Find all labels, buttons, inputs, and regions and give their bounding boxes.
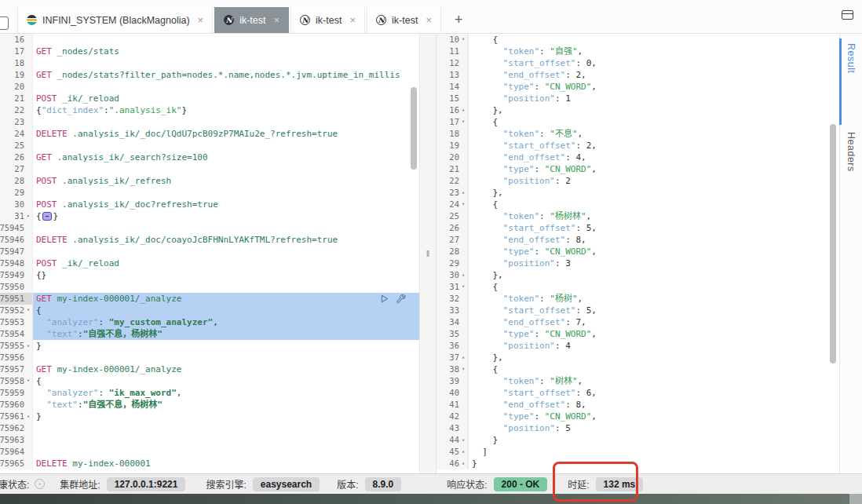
editor-line[interactable]: 75961▴} — [0, 411, 419, 422]
code-text[interactable] — [33, 446, 419, 458]
code-text[interactable]: GET _nodes/stats?filter_path=nodes.*.nam… — [33, 69, 419, 81]
editor-line[interactable]: 35 "type": "CN_WORD", — [436, 328, 839, 340]
editor-line[interactable]: 19GET _nodes/stats?filter_path=nodes.*.n… — [0, 69, 419, 81]
fold-toggle-icon[interactable]: ▾ — [459, 281, 467, 293]
tab-result[interactable]: Result — [846, 43, 857, 73]
editor-line[interactable]: 75950 — [0, 281, 419, 293]
editor-line[interactable]: 18 "token": "不息", — [436, 128, 839, 140]
editor-line[interactable]: 75952▾{ — [0, 305, 419, 316]
code-text[interactable] — [33, 246, 419, 257]
collapsed-code-icon[interactable]: ↔ — [42, 212, 53, 221]
request-editor-scrollbar[interactable] — [411, 87, 417, 170]
fold-toggle-icon[interactable]: ▾ — [459, 199, 467, 210]
code-text[interactable] — [33, 81, 419, 93]
editor-line[interactable]: 25 "token": "杨树林", — [436, 210, 839, 222]
editor-line[interactable]: 26 "start_offset": 5, — [436, 222, 839, 234]
editor-line[interactable]: 12 "start_offset": 0, — [436, 57, 839, 69]
editor-line[interactable]: 27 "end_offset": 8, — [436, 234, 839, 246]
editor-line[interactable]: 75963 — [0, 434, 419, 446]
close-icon[interactable]: × — [198, 14, 204, 26]
code-text[interactable]: "start_offset": 5, — [468, 305, 839, 316]
fold-toggle-icon[interactable]: ▾ — [24, 305, 32, 316]
code-text[interactable]: { — [33, 375, 419, 387]
fold-toggle-icon[interactable]: ▴ — [459, 352, 467, 363]
panel-toggle-icon[interactable] — [0, 16, 9, 30]
editor-line[interactable]: 75949{} — [0, 269, 419, 281]
code-text[interactable]: { — [468, 116, 839, 128]
fold-toggle-icon[interactable]: ▴ — [459, 434, 467, 446]
code-text[interactable]: "position": 3 — [468, 257, 839, 269]
code-text[interactable]: {↔} — [33, 210, 419, 222]
code-text[interactable]: }, — [468, 104, 839, 116]
code-text[interactable]: } — [33, 340, 419, 352]
code-text[interactable]: "type": "CN_WORD", — [468, 81, 839, 93]
code-text[interactable] — [33, 222, 419, 234]
editor-line[interactable]: 21 "type": "CN_WORD", — [436, 163, 839, 175]
editor-line[interactable]: 43 "position": 5 — [436, 422, 839, 434]
fold-toggle-icon[interactable]: ▴ — [459, 104, 467, 116]
editor-line[interactable]: 24DELETE .analysis_ik/_doc/lQdU7pcB09zP7… — [0, 128, 419, 140]
code-text[interactable]: } — [33, 411, 419, 422]
code-text[interactable]: { — [468, 281, 839, 293]
editor-line[interactable]: 75965DELETE my-index-000001 — [0, 458, 419, 469]
editor-line[interactable]: 38▾ { — [436, 363, 839, 375]
editor-line[interactable]: 11 "token": "自强", — [436, 46, 839, 57]
editor-line[interactable]: 31▾ { — [436, 281, 839, 293]
editor-line[interactable]: 37▴ }, — [436, 352, 839, 363]
code-text[interactable] — [33, 34, 419, 46]
editor-line[interactable]: 75946DELETE .analysis_ik/_doc/coayoJcBFH… — [0, 234, 419, 246]
code-text[interactable]: }, — [468, 269, 839, 281]
editor-line[interactable]: 22{"dict_index":".analysis_ik"} — [0, 104, 419, 116]
fold-toggle-icon[interactable]: ▴ — [459, 269, 467, 281]
code-text[interactable]: POST .analysis_ik/_doc?refresh=true — [33, 199, 419, 210]
run-request-icon[interactable] — [379, 294, 389, 304]
code-text[interactable] — [33, 163, 419, 175]
editor-line[interactable]: 22 "position": 2 — [436, 175, 839, 187]
editor-line[interactable]: 75957GET my-index-000001/_analyze — [0, 363, 419, 375]
code-text[interactable]: "analyzer": "my_custom_analyzer", — [33, 316, 419, 328]
code-text[interactable] — [33, 57, 419, 69]
code-text[interactable]: "token": "杨树林", — [468, 210, 839, 222]
code-text[interactable] — [33, 422, 419, 434]
code-text[interactable]: { — [468, 363, 839, 375]
code-text[interactable]: GET _nodes/stats — [33, 46, 419, 57]
wrench-icon[interactable] — [396, 294, 407, 305]
editor-line[interactable]: 75959 "analyzer": "ik_max_word", — [0, 387, 419, 399]
editor-line[interactable]: 13 "end_offset": 2, — [436, 69, 839, 81]
code-text[interactable]: POST _ik/_reload — [33, 257, 419, 269]
code-text[interactable]: "start_offset": 0, — [468, 57, 839, 69]
code-text[interactable] — [33, 140, 419, 152]
code-text[interactable]: DELETE .analysis_ik/_doc/coayoJcBFHNnLYA… — [33, 234, 419, 246]
editor-line[interactable]: 34 "end_offset": 7, — [436, 316, 839, 328]
editor-line[interactable]: 23 — [0, 116, 419, 128]
code-text[interactable]: } — [468, 434, 839, 446]
tab-headers[interactable]: Headers — [846, 132, 857, 172]
fold-toggle-icon[interactable]: ▴ — [459, 446, 467, 458]
editor-line[interactable]: 75953 "analyzer": "my_custom_analyzer", — [0, 316, 419, 328]
editor-line[interactable]: 28 "type": "CN_WORD", — [436, 246, 839, 257]
code-text[interactable]: { — [33, 305, 419, 316]
editor-line[interactable]: 21POST _ik/_reload — [0, 93, 419, 104]
fold-toggle-icon[interactable]: ▸ — [24, 210, 32, 222]
editor-line[interactable]: 75956 — [0, 352, 419, 363]
editor-line[interactable]: 20 "end_offset": 4, — [436, 152, 839, 163]
close-icon[interactable]: × — [274, 14, 280, 26]
code-text[interactable]: "end_offset": 8, — [468, 234, 839, 246]
editor-line[interactable]: 44▴ } — [436, 434, 839, 446]
editor-line[interactable]: 20 — [0, 81, 419, 93]
code-text[interactable]: { — [468, 34, 839, 46]
editor-line[interactable]: 75955▴} — [0, 340, 419, 352]
editor-line[interactable]: 46▴} — [436, 458, 839, 469]
panel-divider[interactable]: ‖ — [419, 34, 436, 473]
code-text[interactable]: "analyzer": "ik_max_word", — [33, 387, 419, 399]
code-text[interactable]: POST .analysis_ik/_refresh — [33, 175, 419, 187]
code-text[interactable]: POST _ik/_reload — [33, 93, 419, 104]
editor-line[interactable]: 36 "position": 4 — [436, 340, 839, 352]
editor-line[interactable]: 75948POST _ik/_reload — [0, 257, 419, 269]
code-text[interactable]: "token": "自强", — [468, 46, 839, 57]
code-text[interactable]: "text":"自强不息，杨树林" — [33, 399, 419, 411]
code-text[interactable]: "position": 1 — [468, 93, 839, 104]
code-text[interactable]: GET my-index-000001/_analyze — [33, 293, 419, 305]
code-text[interactable]: "position": 2 — [468, 175, 839, 187]
fold-toggle-icon[interactable]: ▾ — [459, 34, 467, 46]
